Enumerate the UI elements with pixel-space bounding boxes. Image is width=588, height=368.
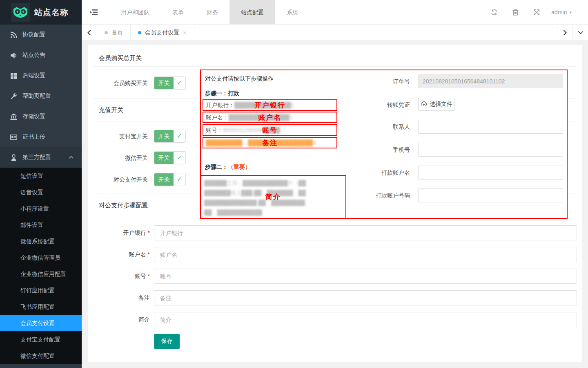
blurred-account-name-value: ███████████████1 bbox=[229, 114, 293, 121]
sidebar-item-help-page-config[interactable]: 帮助页配置 bbox=[0, 86, 82, 106]
demo-account-number-row: 账号：8000011290085████ 账号 bbox=[203, 124, 337, 136]
sidebar-item-third-party-config[interactable]: 第三方配置 bbox=[0, 147, 82, 168]
sidebar-item-label: 证书上传 bbox=[22, 133, 45, 141]
choose-file-button: 选择文件 bbox=[418, 98, 455, 111]
site-name: 站点名称 bbox=[34, 7, 69, 18]
submenu-item-wechat-system-config[interactable]: 微信系统配置 bbox=[0, 233, 82, 249]
section-title-recharge-switch: 充值开关 bbox=[99, 106, 123, 114]
switch-on-label: 开关 bbox=[154, 152, 174, 164]
nav-item-system[interactable]: 系统 bbox=[275, 0, 310, 25]
demo-title: 对公支付请按以下步骤操作 bbox=[205, 75, 274, 83]
save-button[interactable]: 保存 bbox=[154, 334, 180, 349]
chevron-down-icon: ▾ bbox=[569, 10, 572, 15]
username: admin bbox=[551, 9, 567, 16]
blurred-bank-value: ██████████████1 bbox=[234, 102, 294, 108]
check-icon: ✓ bbox=[174, 173, 185, 186]
topbar: 站点名称 用户和团队 表单 财务 站点配置 系统 bbox=[0, 0, 588, 25]
submenu-item-voice-settings[interactable]: 语音设置 bbox=[0, 184, 82, 200]
tabbar-spacer bbox=[194, 25, 557, 40]
intro-field-label: 简介 bbox=[88, 312, 150, 327]
required-mark: * bbox=[148, 251, 150, 258]
submenu-item-sms-settings[interactable]: 短信设置 bbox=[0, 168, 82, 184]
user-menu[interactable]: admin ▾ bbox=[551, 9, 572, 16]
tab-home[interactable]: 首页 bbox=[97, 25, 131, 40]
divider bbox=[94, 66, 576, 67]
bank-icon bbox=[10, 113, 17, 120]
sidebar-item-backend-settings[interactable]: 后端设置 bbox=[0, 65, 82, 86]
fullscreen-icon[interactable] bbox=[526, 0, 547, 25]
account-name-field-label: 账户名* bbox=[88, 247, 150, 262]
sidebar: 协议配置 站点公告 后端设置 帮助页配置 bbox=[0, 25, 82, 368]
grid-icon bbox=[10, 72, 17, 79]
phone-label: 手机号 bbox=[353, 143, 410, 157]
id-card-icon bbox=[10, 134, 17, 141]
important-flag: （重要） bbox=[228, 164, 251, 170]
demo-step2-title: 步骤二：（重要） bbox=[205, 164, 251, 171]
owl-logo-icon bbox=[11, 3, 30, 22]
required-mark: * bbox=[148, 273, 150, 279]
sidebar-item-protocol-config[interactable]: 协议配置 bbox=[0, 25, 82, 45]
submenu-item-wecom-app-config[interactable]: 企业微信应用配置 bbox=[0, 266, 82, 282]
account-number-input[interactable] bbox=[154, 269, 577, 284]
nav-item-forms[interactable]: 表单 bbox=[161, 0, 195, 25]
payer-account-number-label: 打款账户号码 bbox=[353, 188, 410, 202]
tab-member-payment-settings[interactable]: 会员支付设置 × bbox=[131, 25, 194, 40]
sidebar-item-label: 站点公告 bbox=[22, 52, 45, 59]
nav-item-site-config[interactable]: 站点配置 bbox=[229, 0, 275, 25]
blurred-intro-line: ██，████████████ bbox=[204, 208, 342, 218]
tabs-scroll-right-icon[interactable] bbox=[557, 25, 572, 40]
section-title-corporate-steps: 对公支付步骤配置 bbox=[99, 202, 148, 209]
order-number-input bbox=[418, 74, 563, 88]
tabbar: 首页 会员支付设置 × bbox=[82, 25, 588, 41]
blurred-note-text: █████████，████████████████4 bbox=[206, 139, 316, 146]
sidebar-item-label: 帮助页配置 bbox=[22, 92, 51, 100]
bank-field-label: 开户银行* bbox=[88, 225, 150, 240]
bank-input[interactable] bbox=[154, 225, 577, 240]
rss-icon bbox=[10, 31, 17, 38]
sidebar-item-certificate-upload[interactable]: 证书上传 bbox=[0, 127, 82, 147]
corporate-pay-demo-image: 对公支付请按以下步骤操作 步骤一：打款 开户银行：██████████████1… bbox=[200, 70, 568, 219]
collapse-menu-icon[interactable] bbox=[82, 0, 106, 25]
tabs-scroll-left-icon[interactable] bbox=[82, 25, 97, 40]
intro-input[interactable] bbox=[154, 312, 577, 327]
submenu-item-alipay-payment-config[interactable]: 支付宝支付配置 bbox=[0, 331, 82, 348]
submenu-item-feishu-app-config[interactable]: 飞书应用配置 bbox=[0, 298, 82, 315]
demo-step1-title: 步骤一：打款 bbox=[205, 90, 239, 97]
submenu-item-wecom-admin[interactable]: 企业微信管理员 bbox=[0, 249, 82, 266]
wechat-switch[interactable]: 开关 ✓ bbox=[154, 151, 186, 164]
phone-input bbox=[418, 143, 563, 157]
member-purchase-switch[interactable]: 开关 ✓ bbox=[154, 76, 186, 90]
section-title-master-switch: 会员购买总开关 bbox=[99, 54, 142, 62]
switch-on-label: 开关 bbox=[154, 130, 174, 142]
sidebar-item-storage-settings[interactable]: 存储设置 bbox=[0, 106, 82, 127]
tabs-menu-icon[interactable] bbox=[572, 25, 588, 40]
blurred-intro-line: ██████之后，████████████片（██ bbox=[204, 178, 342, 188]
tab-label: 首页 bbox=[111, 29, 123, 36]
account-name-input[interactable] bbox=[154, 247, 577, 262]
submenu-item-dingtalk-app-config[interactable]: 钉钉应用配置 bbox=[0, 282, 82, 298]
logo: 站点名称 bbox=[0, 0, 82, 25]
tab-dot-icon bbox=[138, 31, 141, 34]
submenu-item-wechat-payment-config[interactable]: 微信支付配置 bbox=[0, 348, 82, 364]
tab-dot-icon bbox=[105, 31, 108, 34]
demo-note-row: █████████，████████████████4 备注 bbox=[203, 137, 337, 148]
check-icon: ✓ bbox=[174, 152, 185, 164]
blurred-intro-line: ███████线上███ ██）███████，██ bbox=[204, 188, 342, 198]
settings-panel: 会员购买总开关 会员购买开关 开关 ✓ 充值开关 支付宝开关 开关 ✓ 微信开关… bbox=[88, 45, 582, 362]
choose-file-label: 选择文件 bbox=[430, 101, 452, 108]
nav-item-users-teams[interactable]: 用户和团队 bbox=[109, 0, 161, 25]
submenu-item-miniprogram-settings[interactable]: 小程序设置 bbox=[0, 200, 82, 217]
nav-item-finance[interactable]: 财务 bbox=[195, 0, 229, 25]
close-icon[interactable]: × bbox=[183, 29, 187, 36]
alipay-switch[interactable]: 开关 ✓ bbox=[154, 130, 186, 143]
refresh-icon[interactable] bbox=[483, 0, 505, 25]
trash-icon[interactable] bbox=[505, 0, 526, 25]
remark-input[interactable] bbox=[154, 290, 577, 305]
sidebar-item-site-announcement[interactable]: 站点公告 bbox=[0, 45, 82, 65]
switch-on-label: 开关 bbox=[154, 173, 174, 186]
submenu-item-member-payment-settings[interactable]: 会员支付设置 bbox=[0, 315, 82, 331]
required-mark: * bbox=[148, 229, 150, 236]
submenu-item-mail-settings[interactable]: 邮件设置 bbox=[0, 217, 82, 233]
corporate-pay-switch[interactable]: 开关 ✓ bbox=[154, 173, 186, 186]
top-nav: 用户和团队 表单 财务 站点配置 系统 bbox=[82, 0, 310, 25]
